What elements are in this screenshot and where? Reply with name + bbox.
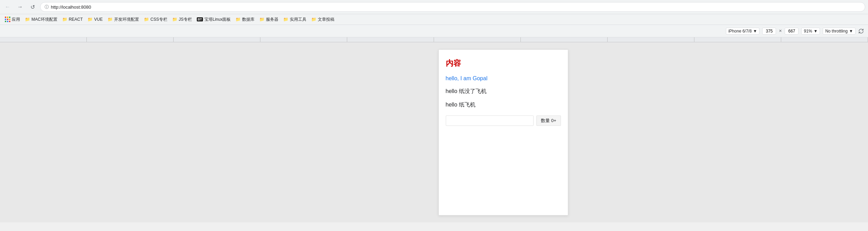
address-bar[interactable]: ⓘ http://localhost:8080	[40, 2, 865, 12]
apps-label: 应用	[12, 17, 20, 22]
bookmark-label: 实用工具	[290, 17, 306, 22]
bookmark-server[interactable]: 📁 服务器	[257, 16, 280, 24]
device-label: iPhone 6/7/8	[728, 29, 751, 34]
refresh-button[interactable]: ↺	[28, 2, 37, 12]
bookmark-apps[interactable]: 应用	[3, 16, 22, 24]
back-button[interactable]: ←	[3, 2, 12, 12]
apps-grid-icon	[5, 17, 10, 22]
ruler-bar	[0, 37, 868, 42]
quantity-input[interactable]	[446, 115, 534, 126]
devtools-toolbar: iPhone 6/7/8 ▼ ✕ 91% ▼ No throttling ▼	[0, 25, 868, 37]
content-text-1: hello 纸没了飞机	[446, 88, 561, 95]
throttle-chevron: ▼	[849, 29, 853, 34]
content-title: 内容	[446, 58, 561, 68]
bookmark-label: 服务器	[266, 17, 278, 22]
bookmark-tools[interactable]: 📁 实用工具	[281, 16, 308, 24]
bookmark-js[interactable]: 📁 JS专栏	[170, 16, 194, 24]
ruler-segment-4	[260, 37, 347, 42]
rotate-button[interactable]	[858, 28, 864, 34]
throttle-label: No throttling	[825, 29, 848, 34]
bookmark-bt[interactable]: BT 宝塔Linux面板	[195, 16, 233, 24]
ruler-segment-9	[694, 37, 781, 42]
browser-chrome: ← → ↺ ⓘ http://localhost:8080 应用	[0, 0, 868, 43]
content-link[interactable]: hello, I am Gopal	[446, 75, 561, 82]
device-chevron: ▼	[753, 29, 757, 34]
bookmark-label: 数据库	[242, 17, 255, 22]
device-selector[interactable]: iPhone 6/7/8 ▼	[726, 28, 759, 35]
bookmark-react[interactable]: 📁 REACT	[60, 16, 85, 23]
bookmark-dev[interactable]: 📁 开发环境配置	[105, 16, 141, 24]
bookmark-db[interactable]: 📁 数据库	[233, 16, 257, 24]
ruler-segment-2	[87, 37, 174, 42]
folder-icon: 📁	[108, 17, 113, 22]
bookmark-label: 宝塔Linux面板	[204, 17, 231, 22]
bookmark-vue[interactable]: 📁 VUE	[85, 16, 105, 23]
bookmark-articles[interactable]: 📁 文章投稿	[309, 16, 336, 24]
folder-icon: 📁	[311, 17, 316, 22]
folder-icon: 📁	[283, 17, 288, 22]
lock-icon: ⓘ	[45, 4, 49, 10]
folder-icon: 📁	[62, 17, 67, 22]
ruler-segment-10	[781, 37, 868, 42]
zoom-selector[interactable]: 91% ▼	[801, 28, 820, 35]
height-input[interactable]	[785, 28, 798, 35]
quantity-button[interactable]: 数量 0+	[536, 115, 561, 126]
nav-bar: ← → ↺ ⓘ http://localhost:8080	[0, 0, 868, 14]
ruler-segment-6	[434, 37, 521, 42]
bookmark-label: 文章投稿	[318, 17, 334, 22]
zoom-label: 91%	[804, 29, 812, 34]
ruler-segment-8	[608, 37, 694, 42]
folder-icon: 📁	[144, 17, 149, 22]
folder-icon: 📁	[172, 17, 177, 22]
bookmark-mac[interactable]: 📁 MAC环境配置	[23, 16, 59, 24]
forward-button[interactable]: →	[15, 2, 25, 12]
ruler-segment-3	[174, 37, 260, 42]
dimension-x-separator: ✕	[779, 29, 782, 33]
main-viewport: 内容 hello, I am Gopal hello 纸没了飞机 hello 纸…	[0, 43, 868, 222]
folder-icon: 📁	[25, 17, 30, 22]
bt-icon: BT	[197, 17, 203, 21]
bookmark-css[interactable]: 📁 CSS专栏	[142, 16, 169, 24]
bookmark-label: REACT	[69, 17, 83, 22]
bookmark-label: CSS专栏	[150, 17, 167, 22]
folder-icon: 📁	[236, 17, 241, 22]
input-row: 数量 0+	[446, 115, 561, 126]
bookmark-label: VUE	[94, 17, 103, 22]
width-input[interactable]	[762, 28, 776, 35]
throttle-selector[interactable]: No throttling ▼	[823, 28, 856, 35]
ruler-segment-5	[347, 37, 434, 42]
ruler-segment-1	[0, 37, 87, 42]
bookmark-label: MAC环境配置	[31, 17, 57, 22]
bookmark-label: JS专栏	[179, 17, 192, 22]
folder-icon: 📁	[259, 17, 265, 22]
page-panel: 内容 hello, I am Gopal hello 纸没了飞机 hello 纸…	[438, 49, 568, 215]
ruler-segment-7	[521, 37, 608, 42]
zoom-chevron: ▼	[814, 29, 818, 34]
content-text-2: hello 纸飞机	[446, 101, 561, 109]
bookmarks-bar: 应用 📁 MAC环境配置 📁 REACT 📁 VUE 📁 开发环境配置 📁 CS…	[0, 14, 868, 25]
url-text: http://localhost:8080	[51, 4, 91, 10]
bookmark-label: 开发环境配置	[114, 17, 139, 22]
folder-icon: 📁	[87, 17, 93, 22]
